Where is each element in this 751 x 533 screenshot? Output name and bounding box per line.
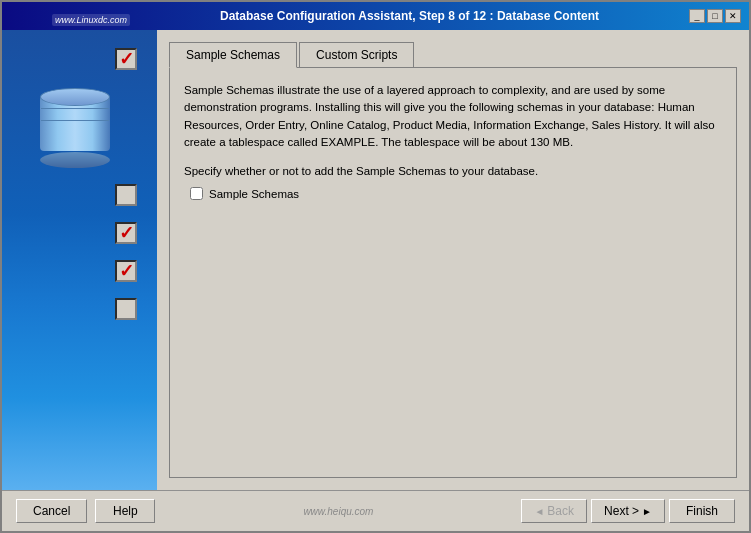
sidebar-step-1: ✓ xyxy=(2,44,157,74)
sample-schemas-label: Sample Schemas xyxy=(209,188,299,200)
tab-panel: Sample Schemas illustrate the use of a l… xyxy=(169,68,737,478)
sidebar-step-2 xyxy=(2,180,157,210)
cancel-button[interactable]: Cancel xyxy=(16,499,87,523)
next-arrow-icon: ► xyxy=(642,506,652,517)
step5-checkbox xyxy=(115,298,137,320)
right-panel: Sample Schemas Custom Scripts Sample Sch… xyxy=(157,30,749,490)
step1-checkbox: ✓ xyxy=(115,48,137,70)
back-button[interactable]: ◄ Back xyxy=(521,499,587,523)
window-title: Database Configuration Assistant, Step 8… xyxy=(130,9,689,23)
tab-sample-schemas[interactable]: Sample Schemas xyxy=(169,42,297,68)
footer-left-buttons: Cancel Help xyxy=(16,499,155,523)
step3-checkbox: ✓ xyxy=(115,222,137,244)
sidebar-step-3: ✓ xyxy=(2,218,157,248)
checkmark-icon2: ✓ xyxy=(119,224,134,242)
step4-checkbox: ✓ xyxy=(115,260,137,282)
tab-custom-scripts[interactable]: Custom Scripts xyxy=(299,42,414,67)
sidebar-step-4: ✓ xyxy=(2,256,157,286)
db-line2 xyxy=(41,120,109,121)
db-bottom xyxy=(40,152,110,168)
back-arrow-icon: ◄ xyxy=(534,506,544,517)
checkmark-icon: ✓ xyxy=(119,50,134,68)
specify-text: Specify whether or not to add the Sample… xyxy=(184,165,722,177)
footer: Cancel Help www.heiqu.com ◄ Back Next > … xyxy=(2,490,749,531)
minimize-button[interactable]: _ xyxy=(689,9,705,23)
watermark-bottom: www.heiqu.com xyxy=(303,506,373,517)
tab-bar: Sample Schemas Custom Scripts xyxy=(169,42,737,68)
db-line1 xyxy=(41,108,109,109)
step2-checkbox xyxy=(115,184,137,206)
maximize-button[interactable]: □ xyxy=(707,9,723,23)
main-content: ✓ xyxy=(2,30,749,490)
footer-right-buttons: ◄ Back Next > ► Finish xyxy=(521,499,735,523)
next-button[interactable]: Next > ► xyxy=(591,499,665,523)
help-button[interactable]: Help xyxy=(95,499,155,523)
db-top xyxy=(40,88,110,106)
checkmark-icon3: ✓ xyxy=(119,262,134,280)
finish-button[interactable]: Finish xyxy=(669,499,735,523)
description-text: Sample Schemas illustrate the use of a l… xyxy=(184,82,722,151)
close-button[interactable]: ✕ xyxy=(725,9,741,23)
sidebar-step-5 xyxy=(2,294,157,324)
sample-schemas-checkbox[interactable] xyxy=(190,187,203,200)
sample-schemas-row: Sample Schemas xyxy=(184,187,722,200)
watermark-top: www.Linuxdc.com xyxy=(52,14,130,26)
titlebar: www.Linuxdc.com Database Configuration A… xyxy=(2,2,749,30)
sidebar: ✓ xyxy=(2,30,157,490)
db-image xyxy=(35,82,125,172)
window-controls: _ □ ✕ xyxy=(689,9,741,23)
main-window: www.Linuxdc.com Database Configuration A… xyxy=(0,0,751,533)
